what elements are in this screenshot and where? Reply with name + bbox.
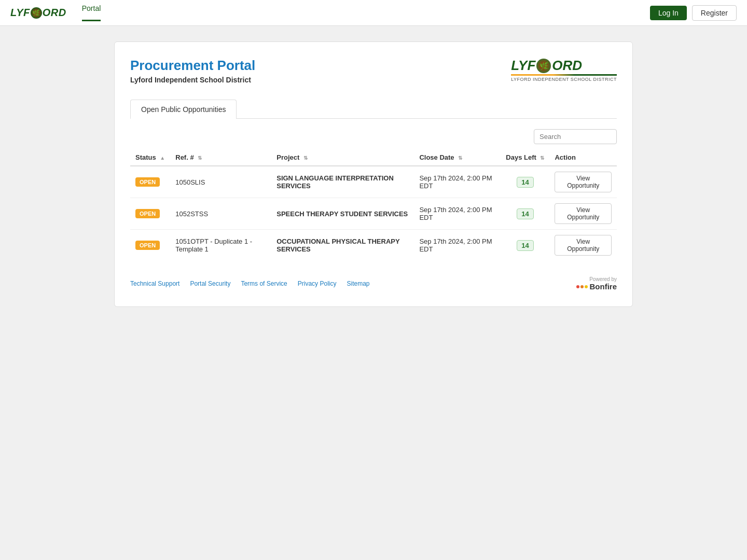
portal-title-block: Procurement Portal Lyford Independent Sc… bbox=[130, 58, 255, 84]
lyford-logo-mark: LYF 🌿 ORD bbox=[10, 7, 66, 19]
footer-link-3[interactable]: Privacy Policy bbox=[298, 280, 337, 287]
cell-action-0: View Opportunity bbox=[549, 166, 617, 198]
footer-link-0[interactable]: Technical Support bbox=[130, 280, 179, 287]
nav-left: LYF 🌿 ORD Portal bbox=[10, 4, 101, 21]
cell-action-1: View Opportunity bbox=[549, 198, 617, 230]
logo-circle: 🌿 bbox=[31, 7, 42, 19]
footer-links: Technical SupportPortal SecurityTerms of… bbox=[130, 280, 370, 287]
portal-card: Procurement Portal Lyford Independent Sc… bbox=[114, 41, 633, 307]
header-logo: LYF 🌿 ORD LYFORD INDEPENDENT SCHOOL DIST… bbox=[511, 58, 617, 82]
logo-text-lf: LYF bbox=[10, 7, 30, 19]
cell-action-2: View Opportunity bbox=[549, 230, 617, 261]
open-badge-1: OPEN bbox=[135, 209, 160, 218]
nav-portal-link[interactable]: Portal bbox=[82, 4, 101, 21]
col-status[interactable]: Status ▲ bbox=[130, 149, 170, 166]
cell-project-2: OCCUPATIONAL PHYSICAL THERAPY SERVICES bbox=[271, 230, 414, 261]
register-button[interactable]: Register bbox=[692, 5, 737, 21]
bonfire-logo: Bonfire bbox=[576, 282, 617, 291]
logo-text-ord: ORD bbox=[43, 7, 66, 19]
sort-icon-ref: ⇅ bbox=[198, 155, 202, 161]
sort-icon-status: ▲ bbox=[160, 155, 165, 161]
nav-right: Log In Register bbox=[650, 5, 737, 21]
table-row: OPEN 1052STSS SPEECH THERAPY STUDENT SER… bbox=[130, 198, 617, 230]
search-input[interactable] bbox=[534, 129, 617, 144]
footer-link-4[interactable]: Sitemap bbox=[347, 280, 369, 287]
days-left-badge-2: 14 bbox=[517, 240, 533, 251]
cell-close-date-2: Sep 17th 2024, 2:00 PM EDT bbox=[414, 230, 501, 261]
bonfire-dots bbox=[576, 285, 588, 288]
cell-days-left-0: 14 bbox=[501, 166, 549, 198]
table-header: Status ▲ Ref. # ⇅ Project ⇅ Close Date ⇅ bbox=[130, 149, 617, 166]
footer-link-1[interactable]: Portal Security bbox=[190, 280, 230, 287]
view-opportunity-button-2[interactable]: View Opportunity bbox=[555, 235, 612, 256]
page-content: Procurement Portal Lyford Independent Sc… bbox=[0, 26, 747, 323]
view-opportunity-button-0[interactable]: View Opportunity bbox=[555, 172, 612, 192]
col-action: Action bbox=[549, 149, 617, 166]
sort-icon-close-date: ⇅ bbox=[458, 155, 462, 161]
portal-footer: Technical SupportPortal SecurityTerms of… bbox=[130, 276, 617, 291]
table-body: OPEN 1050SLIS SIGN LANGUAGE INTERPRETATI… bbox=[130, 166, 617, 261]
cell-status-1: OPEN bbox=[130, 198, 170, 230]
bonfire-brand-name: Bonfire bbox=[590, 282, 617, 291]
bonfire-dot-1 bbox=[576, 285, 579, 288]
tabs: Open Public Opportunities bbox=[130, 100, 617, 119]
col-days-left[interactable]: Days Left ⇅ bbox=[501, 149, 549, 166]
cell-project-1: SPEECH THERAPY STUDENT SERVICES bbox=[271, 198, 414, 230]
col-ref[interactable]: Ref. # ⇅ bbox=[170, 149, 271, 166]
cell-status-0: OPEN bbox=[130, 166, 170, 198]
opportunities-table: Status ▲ Ref. # ⇅ Project ⇅ Close Date ⇅ bbox=[130, 149, 617, 261]
cell-status-2: OPEN bbox=[130, 230, 170, 261]
cell-ref-1: 1052STSS bbox=[170, 198, 271, 230]
sort-icon-days-left: ⇅ bbox=[540, 155, 544, 161]
login-button[interactable]: Log In bbox=[650, 6, 687, 20]
bonfire-dot-2 bbox=[580, 285, 584, 288]
portal-subtitle: Lyford Independent School District bbox=[130, 76, 255, 84]
project-name-2: OCCUPATIONAL PHYSICAL THERAPY SERVICES bbox=[276, 237, 399, 253]
cell-close-date-1: Sep 17th 2024, 2:00 PM EDT bbox=[414, 198, 501, 230]
days-left-badge-1: 14 bbox=[517, 208, 533, 219]
bonfire-dot-3 bbox=[585, 285, 588, 288]
tab-open-opportunities[interactable]: Open Public Opportunities bbox=[130, 100, 237, 119]
table-row: OPEN 1051OTPT - Duplicate 1 - Template 1… bbox=[130, 230, 617, 261]
cell-ref-2: 1051OTPT - Duplicate 1 - Template 1 bbox=[170, 230, 271, 261]
header-logo-circle: 🌿 bbox=[536, 59, 551, 73]
logo-tagline: LYFORD INDEPENDENT SCHOOL DISTRICT bbox=[511, 77, 617, 82]
powered-by-text: Powered by bbox=[589, 276, 617, 282]
table-row: OPEN 1050SLIS SIGN LANGUAGE INTERPRETATI… bbox=[130, 166, 617, 198]
header-lyford-logo: LYF 🌿 ORD bbox=[511, 58, 617, 74]
cell-days-left-2: 14 bbox=[501, 230, 549, 261]
cell-project-0: SIGN LANGUAGE INTERPRETATION SERVICES bbox=[271, 166, 414, 198]
view-opportunity-button-1[interactable]: View Opportunity bbox=[555, 203, 612, 224]
project-name-1: SPEECH THERAPY STUDENT SERVICES bbox=[276, 210, 408, 218]
logo: LYF 🌿 ORD bbox=[10, 7, 66, 19]
logo-underline bbox=[511, 74, 617, 76]
top-nav: LYF 🌿 ORD Portal Log In Register bbox=[0, 0, 747, 26]
project-name-0: SIGN LANGUAGE INTERPRETATION SERVICES bbox=[276, 174, 394, 190]
cell-close-date-0: Sep 17th 2024, 2:00 PM EDT bbox=[414, 166, 501, 198]
open-badge-2: OPEN bbox=[135, 241, 160, 250]
powered-by: Powered by Bonfire bbox=[576, 276, 617, 291]
cell-ref-0: 1050SLIS bbox=[170, 166, 271, 198]
portal-title: Procurement Portal bbox=[130, 58, 255, 74]
days-left-badge-0: 14 bbox=[517, 177, 533, 188]
col-project[interactable]: Project ⇅ bbox=[271, 149, 414, 166]
footer-link-2[interactable]: Terms of Service bbox=[241, 280, 287, 287]
open-badge-0: OPEN bbox=[135, 177, 160, 187]
sort-icon-project: ⇅ bbox=[303, 155, 308, 161]
table-toolbar bbox=[130, 129, 617, 144]
portal-header: Procurement Portal Lyford Independent Sc… bbox=[130, 58, 617, 84]
col-close-date[interactable]: Close Date ⇅ bbox=[414, 149, 501, 166]
cell-days-left-1: 14 bbox=[501, 198, 549, 230]
